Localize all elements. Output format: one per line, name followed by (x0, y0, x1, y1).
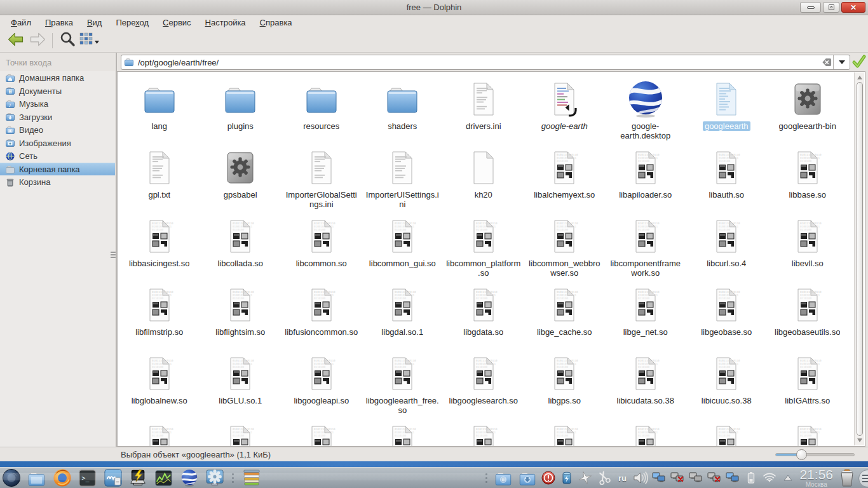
launcher-firefox-icon[interactable] (52, 468, 72, 488)
back-button[interactable] (5, 30, 27, 51)
menu-go[interactable]: Переход (109, 17, 156, 29)
menu-edit[interactable]: Правка (38, 17, 80, 29)
tray-battery-charge-icon[interactable] (559, 470, 574, 485)
file-item-shaders[interactable]: shaders (362, 73, 444, 142)
menu-settings[interactable]: Настройка (198, 17, 253, 29)
file-item-libge_cache.so[interactable]: 01011100101100100101101010110100 libge_c… (524, 279, 606, 348)
file-item-libcommon_webbrowser.so[interactable]: 01011100101100100101101010110100 libcomm… (524, 210, 606, 279)
sidebar-item-documents[interactable]: Документы (0, 85, 115, 97)
file-item-googleearth[interactable]: googleearth (686, 73, 768, 142)
tray-folder-documents-icon[interactable] (492, 468, 513, 488)
close-button[interactable]: ✕ (841, 2, 865, 13)
file-item[interactable]: 01011100101100100101101010110100 (524, 416, 606, 447)
maximize-button[interactable] (823, 2, 839, 13)
tray-network-error-icon[interactable] (670, 470, 685, 485)
file-item-libflightsim.so[interactable]: 01011100101100100101101010110100 libflig… (200, 279, 281, 348)
scroll-up-icon[interactable] (855, 74, 865, 81)
tray-keyboard-layout-icon[interactable]: ru (614, 470, 630, 485)
file-item[interactable]: 01011100101100100101101010110100 (362, 416, 444, 447)
clear-location-icon[interactable] (817, 57, 833, 67)
file-item[interactable]: 01011100101100100101101010110100 (767, 416, 848, 447)
sidebar-item-trash[interactable]: Корзина (0, 176, 115, 189)
file-item-kh20[interactable]: kh20 (443, 142, 524, 210)
file-item-google-earth.desktop[interactable]: google-earth.desktop (605, 73, 686, 142)
file-item-google-earth[interactable]: google-earth (524, 73, 606, 142)
file-item-libIGAttrs.so[interactable]: 01011100101100100101101010110100 libIGAt… (767, 348, 848, 416)
tray-network-active-icon[interactable] (725, 470, 740, 485)
file-item-googleearth-bin[interactable]: googleearth-bin (767, 73, 848, 142)
file-item-libcommon.so[interactable]: 01011100101100100101101010110100 libcomm… (281, 210, 362, 279)
file-item-gpl.txt[interactable]: gpl.txt (119, 142, 200, 210)
tray-tray-expand-icon[interactable] (780, 470, 796, 485)
scrollbar-thumb[interactable] (857, 82, 863, 436)
launcher-display-settings-icon[interactable] (205, 468, 224, 488)
view-mode-button[interactable] (78, 30, 100, 51)
tray-volume-icon[interactable] (633, 470, 648, 485)
sidebar-item-music[interactable]: ♪Музыка (0, 98, 115, 111)
file-item-libgoogleapi.so[interactable]: 01011100101100100101101010110100 libgoog… (281, 348, 362, 416)
file-item-plugins[interactable]: plugins (200, 73, 281, 142)
file-item[interactable]: 01011100101100100101101010110100 (443, 416, 524, 447)
file-item-drivers.ini[interactable]: drivers.ini (443, 73, 524, 142)
splitter-grip[interactable] (111, 252, 116, 259)
file-item-libfusioncommon.so[interactable]: 01011100101100100101101010110100 libfusi… (281, 279, 362, 348)
minimize-button[interactable] (800, 2, 821, 13)
file-item-libgeobaseutils.so[interactable]: 01011100101100100101101010110100 libgeob… (767, 279, 848, 348)
file-item-libgps.so[interactable]: 01011100101100100101101010110100 libgps.… (524, 348, 606, 416)
menu-tools[interactable]: Сервис (156, 17, 198, 29)
zoom-slider[interactable] (775, 453, 855, 456)
file-item-libcomponentframework.so[interactable]: 01011100101100100101101010110100 libcomp… (605, 210, 686, 279)
file-item-libglobalnew.so[interactable]: 01011100101100100101101010110100 libglob… (119, 348, 200, 416)
file-item-libcurl.so.4[interactable]: 01011100101100100101101010110100 libcurl… (686, 210, 768, 279)
search-button[interactable] (57, 30, 78, 51)
file-item-libevll.so[interactable]: 01011100101100100101101010110100 libevll… (767, 210, 848, 279)
file-item-libgooglesearch.so[interactable]: 01011100101100100101101010110100 libgoog… (443, 348, 524, 416)
sidebar-item-images[interactable]: Изображения (0, 137, 115, 149)
file-item-libgdal.so.1[interactable]: 01011100101100100101101010110100 libgdal… (362, 279, 444, 348)
file-item-lang[interactable]: lang (119, 73, 200, 142)
tray-wifi-icon[interactable] (762, 470, 777, 485)
tray-alert-icon[interactable] (541, 470, 556, 485)
location-bar[interactable]: /opt/google/earth/free/ (121, 55, 850, 70)
zoom-slider-handle[interactable] (796, 449, 807, 460)
launcher-file-manager-icon[interactable] (27, 468, 46, 488)
tray-network-active-icon[interactable] (651, 470, 667, 485)
file-item-libalchemyext.so[interactable]: 01011100101100100101101010110100 libalch… (524, 142, 606, 210)
file-item[interactable]: 01011100101100100101101010110100 (686, 416, 768, 447)
file-item-libcommon_gui.so[interactable]: 01011100101100100101101010110100 libcomm… (362, 210, 444, 279)
launcher-terminal-icon[interactable]: >_ (78, 468, 97, 488)
location-dropdown-button[interactable] (833, 55, 850, 69)
launcher-winscp-icon[interactable] (128, 468, 148, 488)
tray-battery-icon[interactable] (743, 470, 759, 485)
launcher-text-editor-icon[interactable] (103, 468, 123, 488)
panel-cashew[interactable] (858, 470, 868, 487)
launcher-system-monitor-icon[interactable] (154, 468, 173, 488)
file-item-libicudata.so.38[interactable]: 01011100101100100101101010110100 libicud… (605, 348, 686, 416)
launcher-document-stack-icon[interactable] (241, 468, 261, 488)
file-item[interactable]: 01011100101100100101101010110100 (605, 416, 686, 447)
menu-help[interactable]: Справка (253, 17, 299, 29)
apply-check-icon[interactable] (851, 54, 867, 72)
file-item-ImporterUISettings.ini[interactable]: ImporterUISettings.ini (362, 142, 444, 210)
clock[interactable]: 21:56 Москва (799, 468, 833, 488)
file-item-libgeobase.so[interactable]: 01011100101100100101101010110100 libgeob… (686, 279, 768, 348)
tray-folder-downloads-icon[interactable] (517, 468, 538, 488)
file-item-libcollada.so[interactable]: 01011100101100100101101010110100 libcoll… (200, 210, 281, 279)
file-item-libbase.so[interactable]: 01011100101100100101101010110100 libbase… (767, 142, 848, 210)
scroll-down-icon[interactable] (855, 437, 865, 444)
sidebar-item-video[interactable]: Видео (0, 124, 115, 137)
file-item-libauth.so[interactable]: 01011100101100100101101010110100 libauth… (686, 142, 768, 210)
file-item-libgoogleearth_free.so[interactable]: 01011100101100100101101010110100 libgoog… (362, 348, 444, 416)
file-item-libcommon_platform.so[interactable]: 01011100101100100101101010110100 libcomm… (443, 210, 524, 279)
launcher-kickoff-menu-icon[interactable] (1, 468, 21, 488)
file-item-libgdata.so[interactable]: 01011100101100100101101010110100 libgdat… (443, 279, 524, 348)
tray-network-error-icon[interactable] (707, 470, 722, 485)
tray-klipper-scissors-icon[interactable] (596, 470, 611, 485)
forward-button[interactable] (27, 30, 48, 51)
tray-spark-icon[interactable] (578, 470, 593, 485)
file-item-libicuuc.so.38[interactable]: 01011100101100100101101010110100 libicuu… (686, 348, 768, 416)
file-item[interactable]: 01011100101100100101101010110100 (119, 416, 200, 447)
tray-network-idle-icon[interactable] (688, 470, 703, 485)
file-item-ImporterGlobalSettings.ini[interactable]: ImporterGlobalSettings.ini (281, 142, 362, 210)
file-item-gpsbabel[interactable]: gpsbabel (200, 142, 281, 210)
